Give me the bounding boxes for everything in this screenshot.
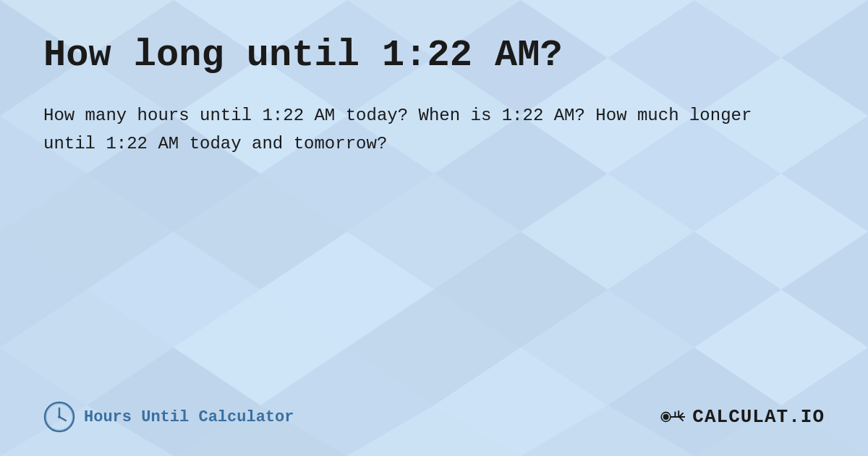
page-title: How long until 1:22 AM? [43, 35, 825, 76]
main-content: How long until 1:22 AM? How many hours u… [0, 0, 868, 456]
page-description: How many hours until 1:22 AM today? When… [43, 102, 803, 158]
